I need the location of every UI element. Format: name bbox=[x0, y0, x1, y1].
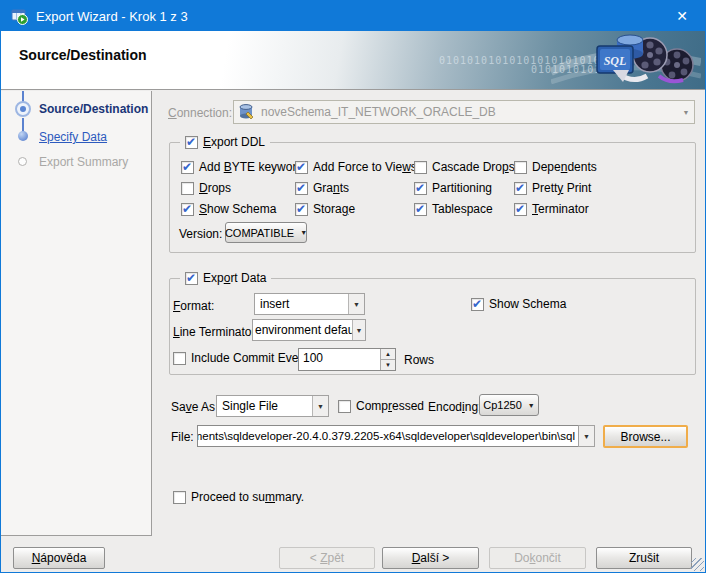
checkbox-box bbox=[181, 161, 194, 174]
checkbox-show-schema-ddl[interactable]: Show Schema bbox=[181, 202, 276, 216]
format-dropdown[interactable]: insert ▼ bbox=[254, 293, 365, 315]
checkbox-box bbox=[514, 203, 527, 216]
back-button: < Zpět bbox=[279, 547, 375, 569]
checkbox-label: Add Force to Views bbox=[313, 160, 417, 174]
encoding-dropdown[interactable]: Cp1250 ▼ bbox=[479, 394, 539, 416]
export-ddl-label: Export DDL bbox=[203, 135, 265, 149]
help-button-label: Nápověda bbox=[32, 551, 87, 565]
close-button[interactable]: ✕ bbox=[659, 1, 705, 31]
step-pending-icon bbox=[18, 157, 27, 166]
checkbox-box bbox=[173, 491, 186, 504]
sidebar-step-source-destination: Source/Destination bbox=[27, 102, 148, 116]
encoding-label: Encoding: bbox=[428, 400, 481, 414]
close-icon: ✕ bbox=[676, 8, 688, 24]
browse-button[interactable]: Browse... bbox=[603, 425, 688, 448]
checkbox-label: Partitioning bbox=[432, 181, 492, 195]
back-button-label: < Zpět bbox=[310, 551, 344, 565]
checkbox-proceed-to-summary[interactable]: Proceed to summary. bbox=[173, 490, 304, 504]
checkbox-box bbox=[295, 161, 308, 174]
checkbox-add-byte-keyword[interactable]: Add BYTE keyword bbox=[181, 160, 303, 174]
svg-text:SQL: SQL bbox=[604, 54, 627, 68]
wizard-header: Source/Destination 010101010101010101010… bbox=[1, 31, 705, 90]
checkbox-label: Show Schema bbox=[489, 297, 566, 311]
step-label: Specify Data bbox=[39, 130, 107, 144]
dropdown-arrow-icon: ▼ bbox=[579, 426, 594, 446]
export-data-label: Export Data bbox=[203, 271, 266, 285]
save-as-dropdown[interactable]: Single File ▼ bbox=[216, 395, 329, 417]
checkbox-box bbox=[181, 182, 194, 195]
window-title: Export Wizard - Krok 1 z 3 bbox=[36, 9, 188, 24]
commit-rows-spinner[interactable]: 100 ▲ ▼ bbox=[298, 348, 396, 371]
checkbox-box bbox=[173, 352, 186, 365]
checkbox-add-force-to-views[interactable]: Add Force to Views bbox=[295, 160, 417, 174]
checkbox-label: Add BYTE keyword bbox=[199, 160, 303, 174]
dropdown-arrow-icon: ▼ bbox=[312, 396, 328, 416]
file-label: File: bbox=[171, 430, 194, 444]
checkbox-box bbox=[295, 182, 308, 195]
dropdown-arrow-icon: ▼ bbox=[528, 402, 535, 409]
cancel-button-label: Zrušit bbox=[629, 551, 659, 565]
spinner-buttons: ▲ ▼ bbox=[380, 349, 395, 370]
checkbox-label: Compressed bbox=[356, 399, 424, 413]
checkbox-box bbox=[414, 182, 427, 195]
dropdown-arrow-icon: ▼ bbox=[678, 101, 694, 123]
wizard-steps-sidebar: Source/Destination Specify Data Export S… bbox=[1, 91, 152, 536]
checkbox-box bbox=[471, 298, 484, 311]
dropdown-arrow-icon: ▼ bbox=[300, 229, 307, 236]
spin-up-icon[interactable]: ▲ bbox=[381, 349, 395, 360]
save-as-value: Single File bbox=[217, 399, 312, 413]
checkbox-box bbox=[514, 182, 527, 195]
checkbox-compressed[interactable]: Compressed bbox=[338, 399, 424, 413]
checkbox-storage[interactable]: Storage bbox=[295, 202, 355, 216]
dropdown-arrow-icon: ▼ bbox=[352, 320, 365, 340]
format-value: insert bbox=[255, 297, 348, 311]
file-history-dropdown[interactable]: ▼ bbox=[578, 425, 595, 447]
checkbox-box bbox=[514, 161, 527, 174]
checkbox-label: Cascade Drops bbox=[432, 160, 515, 174]
export-ddl-checkbox[interactable] bbox=[185, 136, 198, 149]
checkbox-drops[interactable]: Drops bbox=[181, 181, 231, 195]
connection-dropdown: noveSchema_IT_NETWORK_ORACLE_DB ▼ bbox=[233, 100, 695, 124]
checkbox-dependents[interactable]: Dependents bbox=[514, 160, 597, 174]
sidebar-step-specify-data[interactable]: Specify Data bbox=[27, 130, 107, 144]
checkbox-grants[interactable]: Grants bbox=[295, 181, 349, 195]
checkbox-box bbox=[414, 161, 427, 174]
save-as-label: Save As bbox=[171, 400, 215, 414]
export-data-checkbox[interactable] bbox=[185, 272, 198, 285]
checkbox-label: Pretty Print bbox=[532, 181, 591, 195]
checkbox-label: Include Commit Every bbox=[191, 351, 308, 365]
checkbox-include-commit-every[interactable]: Include Commit Every bbox=[173, 351, 308, 365]
checkbox-label: Grants bbox=[313, 181, 349, 195]
file-path-field[interactable]: ocuments\sqldeveloper-20.4.0.379.2205-x6… bbox=[197, 425, 579, 447]
export-ddl-legend[interactable]: Export DDL bbox=[180, 135, 270, 149]
format-label: Format: bbox=[173, 299, 214, 313]
dropdown-arrow-icon: ▼ bbox=[348, 294, 364, 314]
line-terminator-value: environment default bbox=[253, 323, 352, 337]
checkbox-label: Storage bbox=[313, 202, 355, 216]
spin-down-icon[interactable]: ▼ bbox=[381, 360, 395, 370]
version-dropdown[interactable]: COMPATIBLE ▼ bbox=[225, 222, 307, 243]
checkbox-partitioning[interactable]: Partitioning bbox=[414, 181, 492, 195]
checkbox-label: Show Schema bbox=[199, 202, 276, 216]
connection-value: noveSchema_IT_NETWORK_ORACLE_DB bbox=[256, 105, 678, 119]
rows-label: Rows bbox=[404, 353, 434, 367]
sql-export-logo-icon: SQL bbox=[551, 32, 701, 88]
checkbox-pretty-print[interactable]: Pretty Print bbox=[514, 181, 591, 195]
checkbox-show-schema-data[interactable]: Show Schema bbox=[471, 297, 566, 311]
database-connection-icon bbox=[238, 104, 256, 120]
checkbox-cascade-drops[interactable]: Cascade Drops bbox=[414, 160, 515, 174]
help-button[interactable]: Nápověda bbox=[13, 547, 105, 569]
commit-rows-value[interactable]: 100 bbox=[299, 349, 380, 370]
browse-button-label: Browse... bbox=[620, 430, 670, 444]
cancel-button[interactable]: Zrušit bbox=[596, 547, 692, 569]
export-data-legend[interactable]: Export Data bbox=[180, 271, 271, 285]
title-bar: Export Wizard - Krok 1 z 3 ✕ bbox=[1, 1, 705, 31]
checkbox-tablespace[interactable]: Tablespace bbox=[414, 202, 493, 216]
finish-button: Dokončit bbox=[489, 547, 586, 569]
checkbox-label: Tablespace bbox=[432, 202, 493, 216]
next-button[interactable]: Další > bbox=[382, 547, 479, 569]
checkbox-terminator[interactable]: Terminator bbox=[514, 202, 589, 216]
resize-grip[interactable] bbox=[691, 558, 704, 571]
finish-button-label: Dokončit bbox=[514, 551, 561, 565]
line-terminator-dropdown[interactable]: environment default ▼ bbox=[252, 319, 366, 341]
